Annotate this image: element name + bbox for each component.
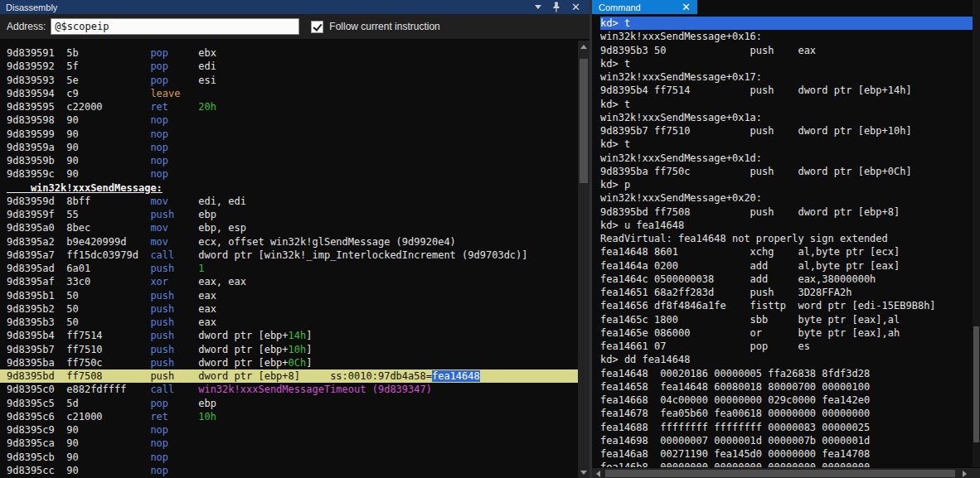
scroll-right-arrow-icon[interactable] — [958, 468, 970, 478]
disassembly-row[interactable]: 9d83959f 55 push ebp — [7, 208, 578, 221]
disassembly-row[interactable]: 9d8395cc 90 nop — [7, 464, 578, 477]
disassembly-row[interactable]: 9d839592 5f pop edi — [7, 60, 578, 73]
command-line: ReadVirtual: fea14648 not properly sign … — [600, 232, 973, 245]
command-line: win32k!xxxSendMessage+0x1d: — [600, 152, 973, 165]
command-line: kd> t — [600, 57, 973, 70]
disassembly-row[interactable]: 9d8395b2 50 push eax — [7, 302, 578, 316]
disassembly-row[interactable]: 9d839594 c9 leave — [7, 87, 578, 100]
disassembly-row[interactable]: 9d839598 90 nop — [7, 113, 578, 127]
disassembly-row[interactable]: 9d83959b 90 nop — [7, 154, 578, 167]
command-line: fea1464a 0200 add al,byte ptr [eax] — [600, 259, 973, 273]
disassembly-row[interactable]: 9d8395bd ff7508 push dword ptr [ebp+8] s… — [0, 369, 578, 383]
disassembly-title: Disassembly — [6, 2, 535, 12]
command-line: fea146b8 00000000 00000000 00000000 0000… — [600, 461, 973, 467]
disassembly-row[interactable]: 9d839595 c22000 ret 20h — [7, 100, 578, 113]
command-line: kd> t — [600, 138, 973, 151]
command-hscrollbar-thumb[interactable] — [605, 470, 955, 477]
command-line: fea1464c 0500000038 add eax,38000000h — [600, 273, 973, 286]
disassembly-window: Disassembly ✕ Address: Follow current in… — [0, 0, 589, 478]
disassembly-row[interactable]: 9d83959a 90 nop — [7, 141, 578, 154]
command-line: win32k!xxxSendMessage+0x1a: — [600, 111, 973, 124]
command-vertical-scrollbar[interactable] — [973, 0, 980, 467]
command-tab-label: Command — [599, 2, 682, 12]
disassembly-row[interactable]: 9d839591 5b pop ebx — [7, 46, 578, 60]
disassembly-listing[interactable]: 9d839591 5b pop ebx9d839592 5f pop edi9d… — [0, 41, 578, 478]
disassembly-row[interactable]: 9d8395b4 ff7514 push dword ptr [ebp+14h] — [7, 329, 578, 342]
disassembly-row[interactable]: 9d8395cb 90 nop — [7, 451, 578, 464]
command-line: kd> dd fea14648 — [600, 353, 973, 366]
disassembly-row[interactable]: 9d8395b3 50 push eax — [7, 316, 578, 329]
disassembly-row[interactable]: 9d8395ad 6a01 push 1 — [7, 262, 578, 275]
command-line: fea146a8 00271190 fea145d0 00000000 fea1… — [600, 447, 973, 461]
close-icon[interactable]: ✕ — [571, 2, 580, 12]
disassembly-titlebar[interactable]: Disassembly ✕ — [0, 0, 589, 14]
address-input[interactable] — [51, 18, 299, 35]
scroll-down-arrow-icon[interactable] — [578, 466, 589, 478]
command-window: kd> twin32k!xxxSendMessage+0x16:9d8395b3… — [592, 0, 980, 478]
disassembly-row[interactable]: 9d8395a7 ff15dc03979d call dword ptr [wi… — [7, 249, 578, 262]
command-line: kd> u fea14648 — [600, 219, 973, 232]
command-line-selected: kd> t — [600, 17, 973, 30]
command-line: 9d8395ba ff750c push dword ptr [ebp+0Ch] — [600, 165, 973, 178]
disassembly-row[interactable]: 9d8395c6 c21000 ret 10h — [7, 410, 578, 423]
disassembly-label-row[interactable]: win32k!xxxSendMessage: — [7, 181, 578, 195]
command-line: kd> t — [600, 98, 973, 111]
tab-command[interactable]: Command ✕ — [592, 0, 697, 14]
disassembly-row[interactable]: 9d83959d 8bff mov edi, edi — [7, 195, 578, 208]
command-line: fea14668 04c00000 00000000 029c0000 fea1… — [600, 394, 973, 407]
disassembly-row[interactable]: 9d8395b7 ff7510 push dword ptr [ebp+10h] — [7, 343, 578, 356]
command-line: fea1465c 1800 sbb byte ptr [eax],al — [600, 313, 973, 326]
disassembly-row[interactable]: 9d8395c5 5d pop ebp — [7, 397, 578, 410]
command-scrollbar-thumb[interactable] — [973, 326, 979, 442]
command-line: 9d8395bd ff7508 push dword ptr [ebp+8] — [600, 205, 973, 219]
disassembly-row[interactable]: 9d8395ba ff750c push dword ptr [ebp+0Ch] — [7, 356, 578, 369]
windbg-workspace: Disassembly ✕ Address: Follow current in… — [0, 0, 980, 478]
command-line: fea14651 68a2ff283d push 3D28FFA2h — [600, 286, 973, 299]
command-line: fea14661 07 pop es — [600, 340, 973, 353]
follow-current-instruction-label: Follow current instruction — [329, 21, 439, 32]
disassembly-row[interactable]: 9d8395af 33c0 xor eax, eax — [7, 275, 578, 288]
command-line: fea14688 ffffffff ffffffff 00000083 0000… — [600, 421, 973, 434]
command-content[interactable]: kd> twin32k!xxxSendMessage+0x16:9d8395b3… — [592, 0, 973, 467]
disassembly-vertical-scrollbar[interactable] — [578, 41, 589, 478]
disassembly-titlebar-icons: ✕ — [535, 2, 584, 12]
command-line: fea14698 00000007 0000001d 0000007b 0000… — [600, 434, 973, 447]
command-line: 9d8395b4 ff7514 push dword ptr [ebp+14h] — [600, 84, 973, 97]
chevron-down-icon[interactable] — [535, 5, 541, 9]
scroll-left-arrow-icon[interactable] — [592, 468, 604, 478]
command-line: fea14658 fea14648 60080018 80000700 0000… — [600, 380, 973, 394]
command-line: win32k!xxxSendMessage+0x16: — [600, 30, 973, 43]
command-line: kd> p — [600, 178, 973, 191]
command-output: kd> twin32k!xxxSendMessage+0x16:9d8395b3… — [600, 17, 973, 467]
command-line: win32k!xxxSendMessage+0x20: — [600, 191, 973, 205]
disassembly-scrollbar-thumb[interactable] — [580, 59, 588, 183]
command-line: 9d8395b3 50 push eax — [600, 44, 973, 57]
disassembly-row[interactable]: 9d839599 90 nop — [7, 128, 578, 141]
disassembly-row[interactable]: 9d8395c9 90 nop — [7, 423, 578, 437]
disassembly-toolbar: Address: Follow current instruction — [0, 14, 589, 40]
disassembly-row[interactable]: 9d8395a0 8bec mov ebp, esp — [7, 221, 578, 234]
disassembly-row[interactable]: 9d839593 5e pop esi — [7, 74, 578, 87]
disassembly-row[interactable]: 9d8395a2 b9e420999d mov ecx, offset win3… — [7, 235, 578, 249]
address-label: Address: — [7, 21, 46, 32]
command-tab-close-icon[interactable]: ✕ — [682, 2, 691, 12]
disassembly-row[interactable]: 9d83959c 90 nop — [7, 167, 578, 181]
command-line: fea14678 fea05b60 fea00618 00000000 0000… — [600, 407, 973, 420]
command-horizontal-scrollbar[interactable] — [592, 467, 980, 478]
disassembly-row[interactable]: 9d8395b1 50 push eax — [7, 289, 578, 302]
disassembly-row[interactable]: 9d8395c0 e882fdffff call win32k!xxxSendM… — [7, 383, 578, 396]
disassembly-row[interactable]: 9d8395ca 90 nop — [7, 437, 578, 450]
command-line: 9d8395b7 ff7510 push dword ptr [ebp+10h] — [600, 124, 973, 138]
command-line: fea14648 00020186 00000005 ffa26838 8fdf… — [600, 367, 973, 380]
command-line: win32k!xxxSendMessage+0x17: — [600, 70, 973, 84]
follow-current-instruction-checkbox[interactable] — [311, 21, 323, 33]
pin-icon[interactable] — [552, 2, 560, 12]
command-line: fea14656 df8f4846a1fe fisttp word ptr [e… — [600, 299, 973, 312]
command-line: fea1465e 086000 or byte ptr [eax],ah — [600, 326, 973, 340]
scroll-up-arrow-icon[interactable] — [578, 41, 589, 52]
command-line: fea14648 8601 xchg al,byte ptr [ecx] — [600, 245, 973, 258]
